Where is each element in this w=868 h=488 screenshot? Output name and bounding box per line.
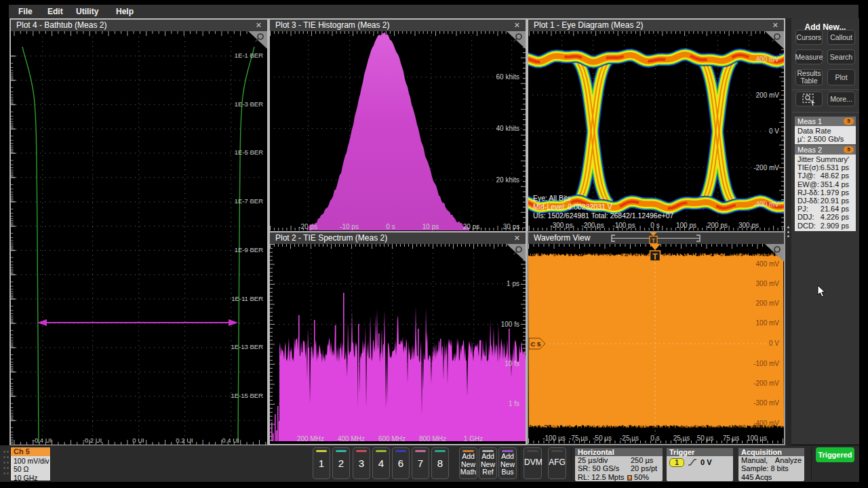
svg-text:1E-9 BER: 1E-9 BER bbox=[235, 246, 263, 253]
svg-text:100 fs: 100 fs bbox=[501, 321, 519, 328]
svg-text:800 MHz: 800 MHz bbox=[419, 435, 446, 443]
svg-text:0.2 UI: 0.2 UI bbox=[176, 436, 193, 444]
svg-text:-200 ps: -200 ps bbox=[581, 222, 604, 229]
svg-text:200 ps: 200 ps bbox=[707, 222, 728, 229]
svg-text:1E-5 BER: 1E-5 BER bbox=[235, 148, 263, 156]
svg-text:1 ps: 1 ps bbox=[507, 280, 519, 287]
svg-text:-200 mV: -200 mV bbox=[753, 380, 779, 387]
svg-text:400 mV: 400 mV bbox=[756, 56, 780, 63]
svg-text:10 ps: 10 ps bbox=[422, 223, 439, 230]
svg-text:1E-15 BER: 1E-15 BER bbox=[231, 392, 263, 399]
svg-text:100 µs: 100 µs bbox=[747, 434, 767, 442]
svg-text:-0.4 UI: -0.4 UI bbox=[33, 436, 52, 444]
svg-text:-75 µs: -75 µs bbox=[569, 434, 588, 442]
svg-text:-100 µs: -100 µs bbox=[542, 434, 566, 442]
svg-text:-300 ps: -300 ps bbox=[550, 222, 572, 229]
svg-text:1 fs: 1 fs bbox=[509, 400, 519, 407]
svg-text:30 ps: 30 ps bbox=[503, 223, 519, 230]
svg-text:60 khits: 60 khits bbox=[496, 73, 519, 81]
svg-text:0 V: 0 V bbox=[769, 127, 779, 135]
svg-text:T: T bbox=[652, 252, 658, 262]
svg-text:1E-1 BER: 1E-1 BER bbox=[235, 52, 263, 59]
svg-text:0 V: 0 V bbox=[769, 340, 779, 347]
svg-text:-25 µs: -25 µs bbox=[620, 434, 639, 442]
svg-text:-400 mV: -400 mV bbox=[753, 201, 779, 208]
svg-text:50 µs: 50 µs bbox=[697, 434, 714, 442]
svg-text:0.4 UI: 0.4 UI bbox=[222, 436, 239, 444]
svg-text:-200 mV: -200 mV bbox=[753, 164, 779, 171]
svg-text:400 MHz: 400 MHz bbox=[338, 435, 365, 443]
svg-text:20 khits: 20 khits bbox=[496, 176, 519, 184]
svg-text:0 s: 0 s bbox=[650, 434, 659, 442]
svg-text:Mid-Level: 0.00232031 V: Mid-Level: 0.00232031 V bbox=[533, 203, 612, 211]
svg-text:20 ps: 20 ps bbox=[463, 223, 479, 230]
svg-text:-400 mV: -400 mV bbox=[753, 420, 779, 427]
svg-text:-100 ps: -100 ps bbox=[612, 222, 635, 229]
svg-text:0 s: 0 s bbox=[386, 223, 395, 230]
svg-text:C 5: C 5 bbox=[531, 340, 542, 348]
svg-text:1E-13 BER: 1E-13 BER bbox=[231, 343, 263, 350]
svg-text:1E-3 BER: 1E-3 BER bbox=[235, 100, 263, 108]
svg-text:Eye: All Bits: Eye: All Bits bbox=[533, 194, 570, 202]
svg-text:600 MHz: 600 MHz bbox=[378, 435, 406, 443]
svg-text:T: T bbox=[652, 237, 656, 244]
svg-text:300 mV: 300 mV bbox=[756, 280, 780, 287]
svg-text:-10 ps: -10 ps bbox=[340, 223, 359, 230]
svg-text:300 ps: 300 ps bbox=[738, 222, 759, 229]
svg-text:0 UI: 0 UI bbox=[132, 436, 144, 444]
svg-text:-300 mV: -300 mV bbox=[753, 399, 779, 407]
svg-text:100 ps: 100 ps bbox=[676, 222, 696, 229]
svg-text:75 µs: 75 µs bbox=[723, 434, 740, 442]
svg-text:100 mV: 100 mV bbox=[756, 319, 780, 327]
svg-text:UIs: 1502/624981 Total:: UIs: 1502/624981 Total: 26842/1.12496e+0… bbox=[533, 211, 674, 220]
svg-text:1 GHz: 1 GHz bbox=[464, 435, 483, 443]
svg-text:200 mV: 200 mV bbox=[756, 300, 780, 307]
svg-text:0 s: 0 s bbox=[650, 222, 659, 229]
svg-text:-20 ps: -20 ps bbox=[298, 223, 317, 230]
svg-text:25 µs: 25 µs bbox=[673, 434, 690, 442]
svg-text:1E-11 BER: 1E-11 BER bbox=[231, 295, 263, 302]
svg-text:-50 µs: -50 µs bbox=[593, 434, 612, 442]
svg-text:200 MHz: 200 MHz bbox=[297, 435, 324, 443]
svg-text:1E-7 BER: 1E-7 BER bbox=[235, 197, 263, 205]
svg-text:40 khits: 40 khits bbox=[496, 125, 519, 132]
svg-text:200 mV: 200 mV bbox=[756, 92, 780, 99]
svg-text:-0.2 UI: -0.2 UI bbox=[83, 436, 102, 444]
svg-text:-100 mV: -100 mV bbox=[753, 360, 779, 367]
svg-text:10 fs: 10 fs bbox=[505, 360, 519, 367]
